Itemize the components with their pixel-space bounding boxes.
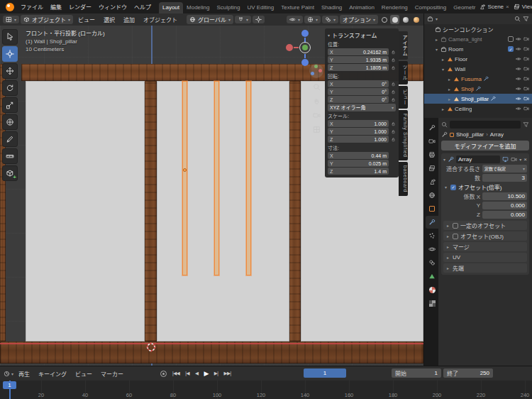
scene-selector[interactable]: Scene × (479, 4, 509, 10)
rotation-mode-dropdown[interactable]: XYZ オイラー角▾ (328, 104, 396, 111)
outliner-row-ceiling[interactable]: ▸ Ceiling (424, 104, 532, 114)
tab-modifiers[interactable] (426, 216, 438, 229)
move-tool[interactable] (2, 63, 18, 79)
render-visibility-icon[interactable] (523, 86, 529, 92)
measure-tool[interactable] (2, 148, 18, 164)
options-dropdown[interactable]: オプション ▾ (340, 15, 378, 24)
menu-help[interactable]: ヘルプ (131, 1, 155, 12)
outliner-row-floor[interactable]: ▸ Floor (424, 54, 532, 64)
tab-view-layer[interactable] (426, 162, 438, 175)
location-z-field[interactable]: Z1.1805 m (328, 64, 389, 71)
previous-keyframe-button[interactable]: |◀ (183, 369, 192, 378)
collection-checkbox[interactable] (508, 36, 514, 42)
section-caps[interactable]: ▸先端 (443, 263, 527, 273)
timeline-editor-dropdown[interactable]: ▾ (11, 371, 13, 376)
dimensions-x-field[interactable]: X0.44 m (328, 152, 389, 159)
rotate-tool[interactable] (2, 80, 18, 96)
location-y-field[interactable]: Y1.9335 m (328, 56, 389, 63)
scene-unlink-icon[interactable]: × (506, 4, 509, 10)
add-modifier-button[interactable]: モディファイアーを追加 (441, 141, 529, 151)
eye-icon[interactable] (516, 106, 521, 111)
transform-panel-header[interactable]: ▾トランスフォーム (328, 31, 396, 39)
menu-window[interactable]: ウィンドウ (95, 1, 131, 12)
filter-icon[interactable] (523, 121, 529, 128)
shading-solid-button[interactable] (390, 15, 399, 24)
transform-tool[interactable] (2, 114, 18, 130)
add-cube-tool[interactable]: + (2, 165, 18, 181)
play-button[interactable]: ▶ (201, 370, 210, 377)
shading-material-button[interactable] (401, 15, 410, 24)
lock-icon[interactable] (390, 58, 396, 62)
frame-end-field[interactable]: 終了250 (443, 368, 493, 378)
eye-icon[interactable] (516, 66, 521, 72)
sidebar-tab-tool[interactable]: ツール (399, 61, 408, 84)
visibility-dropdown[interactable]: ▾ (287, 16, 303, 23)
render-toggle[interactable] (511, 156, 517, 163)
current-frame-field[interactable]: 1 (304, 368, 346, 378)
menu-edit[interactable]: 編集 (47, 1, 65, 12)
eye-icon[interactable] (516, 56, 521, 62)
shoji-panel[interactable] (157, 81, 289, 341)
tab-tool[interactable] (426, 121, 438, 134)
modifier-name-field[interactable]: Array (456, 155, 500, 163)
render-visibility-icon[interactable] (523, 56, 529, 62)
eye-icon[interactable] (516, 86, 521, 92)
render-visibility-icon[interactable] (523, 96, 529, 102)
auto-keying-toggle[interactable] (160, 371, 167, 377)
gizmo-y-axis-handle[interactable] (302, 45, 308, 50)
perspective-toggle-button[interactable] (311, 124, 322, 135)
tab-object[interactable] (426, 202, 438, 215)
breadcrumb-object[interactable]: Shoji_pillar (456, 131, 484, 138)
lock-icon[interactable] (390, 121, 396, 126)
jump-to-start-button[interactable]: |◀◀ (170, 369, 182, 378)
menu-marker[interactable]: マーカー (97, 369, 127, 378)
gizmo-z-axis-handle[interactable] (301, 30, 309, 37)
tab-shading[interactable]: Shading (318, 2, 345, 13)
pan-button[interactable] (311, 96, 322, 106)
lock-icon[interactable] (390, 137, 396, 142)
render-visibility-icon[interactable] (523, 66, 529, 72)
relative-offset-checkbox[interactable]: ✓ (450, 185, 456, 190)
section-constant-offset[interactable]: ▸ 一定のオフセット (443, 221, 527, 230)
shoji-pillar-array-copy[interactable] (214, 81, 219, 275)
expand-arrow-icon[interactable]: ▾ (443, 157, 445, 162)
annotate-tool[interactable] (2, 131, 18, 147)
lock-icon[interactable] (390, 82, 396, 87)
tab-object-data[interactable] (426, 270, 438, 283)
rotation-z-field[interactable]: Z0° (328, 96, 389, 103)
tab-render[interactable] (426, 135, 438, 148)
realtime-display-toggle[interactable] (502, 156, 509, 163)
zoom-button[interactable] (311, 82, 322, 92)
tab-rendering[interactable]: Rendering (378, 2, 411, 13)
tab-physics[interactable] (426, 243, 438, 256)
editor-type-button[interactable]: ▾ (3, 16, 19, 23)
tab-sculpting[interactable]: Sculpting (214, 2, 244, 13)
scale-x-field[interactable]: X1.000 (328, 120, 389, 127)
object-offset-checkbox[interactable] (453, 234, 458, 239)
mode-selector[interactable]: オブジェクト ▾ (21, 15, 73, 24)
menu-file[interactable]: ファイル (17, 1, 47, 12)
search-icon[interactable] (514, 16, 521, 22)
modifier-extras-dropdown[interactable]: ▾ (519, 157, 521, 162)
outliner-row-fusuma[interactable]: ▸ Fusuma (424, 74, 532, 84)
menu-add[interactable]: 追加 (120, 15, 138, 24)
outliner-row-wall[interactable]: ▾ Wall (424, 64, 532, 74)
outliner-row-room[interactable]: ▾ Room ✓ (424, 44, 532, 54)
filter-icon[interactable] (523, 16, 529, 22)
factor-z-field[interactable]: 0.000 (482, 211, 527, 219)
menu-playback[interactable]: 再生 (15, 369, 33, 378)
shoji-pillar-selected[interactable] (182, 81, 187, 275)
eye-icon[interactable] (516, 76, 521, 82)
fit-type-dropdown[interactable]: 定数で指定▾ (482, 165, 527, 173)
location-x-field[interactable]: X0.24162 m (328, 48, 389, 55)
close-icon[interactable]: × (523, 156, 527, 163)
outliner-row-scene-collection[interactable]: シーンコレクション (424, 24, 532, 34)
scale-tool[interactable] (2, 97, 18, 113)
wall-pillar[interactable] (145, 81, 157, 341)
select-box-tool[interactable] (2, 29, 18, 45)
dimensions-y-field[interactable]: Y0.025 m (328, 160, 389, 167)
lock-icon[interactable] (390, 50, 396, 55)
lock-icon[interactable] (390, 129, 396, 134)
blender-logo[interactable] (6, 3, 14, 11)
eye-icon[interactable] (516, 96, 521, 102)
